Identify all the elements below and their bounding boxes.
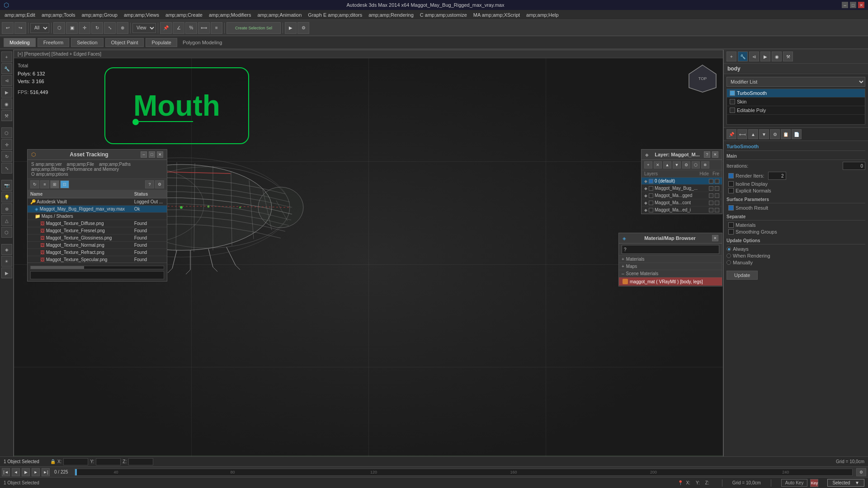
x-input[interactable] xyxy=(63,458,88,465)
always-radio-row[interactable]: Always xyxy=(726,246,865,252)
table-row[interactable]: ◈ Maggot_May_Bug_Rigged_max_vray.max Ok xyxy=(28,206,167,213)
always-radio[interactable] xyxy=(726,247,731,251)
scale-side-button[interactable]: ⤡ xyxy=(1,163,12,174)
motion-panel-tab[interactable]: ▶ xyxy=(760,52,770,61)
material-item-maggot[interactable]: maggot_mat ( VRayMtl ) [body, legs] xyxy=(619,277,722,286)
y-input[interactable] xyxy=(96,458,121,465)
modifier-config-button[interactable]: ⟻ xyxy=(737,129,747,139)
layer-delete-button[interactable]: ✕ xyxy=(654,161,662,169)
asset-scrollbar[interactable] xyxy=(30,266,164,269)
layer-check-4[interactable] xyxy=(649,208,653,212)
tab-selection[interactable]: Selection xyxy=(71,38,103,47)
layer-hide-2[interactable] xyxy=(709,193,713,198)
create-selection-button[interactable]: Create Selection Sel xyxy=(226,22,281,34)
asset-panel-header[interactable]: ⬡ Asset Tracking – □ ✕ xyxy=(28,150,167,160)
explicit-normals-checkbox[interactable] xyxy=(728,188,734,193)
view-dropdown[interactable]: View xyxy=(132,23,156,33)
asset-menu-paths[interactable]: amp;amp;Paths xyxy=(99,162,131,167)
layer-row-maggot3[interactable]: ◆ Maggot_Ma...cont xyxy=(642,199,722,206)
material-button[interactable]: ◈ xyxy=(1,244,12,255)
paste-button[interactable]: 📄 xyxy=(792,129,802,139)
create-panel-tab[interactable]: + xyxy=(726,52,736,61)
maps-section-toggle[interactable]: + Maps xyxy=(619,263,722,270)
table-row[interactable]: 🖼 Maggot_Texture_Diffuse.png Found xyxy=(28,220,167,227)
display-button[interactable]: ◉ xyxy=(1,99,12,109)
materials-section-toggle[interactable]: + Materials xyxy=(619,256,722,263)
redo-button[interactable]: ↪ xyxy=(14,22,26,34)
geometry-button[interactable]: ⬡ xyxy=(1,227,12,238)
layer-hide-box[interactable] xyxy=(709,179,713,183)
render-side-button[interactable]: ▶ xyxy=(1,267,12,278)
layer-panel-header[interactable]: ◆ Layer: Maggot_M... ? ✕ xyxy=(642,150,722,160)
layer-row-maggot1[interactable]: ◆ Maggot_May_Bug_... xyxy=(642,185,722,192)
prev-frame-button[interactable]: ◄ xyxy=(12,468,20,476)
lights-button[interactable]: 💡 xyxy=(1,192,12,202)
render-settings-button[interactable]: ⚙ xyxy=(297,22,309,34)
isoline-checkbox[interactable] xyxy=(728,181,734,187)
scale-button[interactable]: ⤡ xyxy=(104,22,116,34)
table-row[interactable]: 🖼 Maggot_Texture_Specular.png Found xyxy=(28,256,167,263)
layer-close-button[interactable]: ✕ xyxy=(712,151,718,158)
when-rendering-radio-row[interactable]: When Rendering xyxy=(726,253,865,258)
motion-button[interactable]: ▶ xyxy=(1,87,12,98)
layer-settings-button[interactable]: ⚙ xyxy=(682,161,690,169)
layer-row-default[interactable]: ◆ 0 (default) xyxy=(642,178,722,185)
select-object-button[interactable]: ⬡ xyxy=(53,22,65,34)
layer-freeze-1[interactable] xyxy=(715,186,719,191)
asset-detail-button[interactable]: ⊞ xyxy=(50,180,59,188)
tab-freeform[interactable]: Freeform xyxy=(38,38,70,47)
modifier-list-dropdown[interactable]: Modifier List xyxy=(726,77,865,87)
hierarchy-panel-tab[interactable]: ⊲ xyxy=(749,52,759,61)
utilities-button[interactable]: ⚒ xyxy=(1,110,12,121)
modify-panel-tab[interactable]: 🔧 xyxy=(738,52,748,61)
asset-menu-options[interactable]: O amp;amp;ptions xyxy=(31,172,68,177)
key-button[interactable]: Key xyxy=(810,479,818,487)
when-rendering-radio[interactable] xyxy=(726,253,731,258)
menu-modifiers[interactable]: amp;amp;Animation xyxy=(255,11,305,19)
tab-modeling[interactable]: Modeling xyxy=(4,38,36,47)
asset-panel-maximize[interactable]: □ xyxy=(149,151,155,158)
layer-help-button[interactable]: ? xyxy=(704,151,710,158)
percent-snap-button[interactable]: % xyxy=(185,22,197,34)
move-down-button[interactable]: ▼ xyxy=(759,129,769,139)
asset-panel-close[interactable]: ✕ xyxy=(157,151,163,158)
asset-menu-bitmap[interactable]: amp;amp;Bitmap Performance and Memory xyxy=(31,167,119,172)
asset-panel-minimize[interactable]: – xyxy=(141,151,147,158)
table-row[interactable]: 📁 Maps / Shaders xyxy=(28,213,167,220)
menu-rendering[interactable]: amp;amp;Rendering xyxy=(366,11,416,19)
asset-refresh-button[interactable]: ↻ xyxy=(30,180,39,188)
menu-views[interactable]: amp;amp;Create xyxy=(163,11,205,19)
hierarchy-button[interactable]: ⊲ xyxy=(1,75,12,86)
modifier-item-skin[interactable]: Skin xyxy=(727,98,865,106)
layer-row-maggot4[interactable]: ◆ Maggot_Ma...ed_i xyxy=(642,206,722,214)
time-slider[interactable]: 40 80 120 160 200 240 xyxy=(75,469,853,476)
layer-row-maggot2[interactable]: ◆ Maggot_Ma...gged xyxy=(642,192,722,199)
play-button[interactable]: ▶ xyxy=(22,468,30,476)
go-end-button[interactable]: ►| xyxy=(42,468,50,476)
select-filter-dropdown[interactable]: All xyxy=(30,23,49,33)
menu-group[interactable]: amp;amp;Views xyxy=(121,11,162,19)
layer-check-3[interactable] xyxy=(649,201,653,205)
scene-materials-section-toggle[interactable]: – Scene Materials xyxy=(619,270,722,277)
menu-help[interactable]: amp;amp;Help xyxy=(524,11,561,19)
layer-freeze-4[interactable] xyxy=(715,208,719,212)
modifier-checkbox-edpoly[interactable] xyxy=(730,108,735,113)
rotate-button[interactable]: ↻ xyxy=(91,22,103,34)
layer-freeze-3[interactable] xyxy=(715,201,719,205)
camera-button[interactable]: 📷 xyxy=(1,180,12,191)
asset-menu-file[interactable]: amp;amp;File xyxy=(67,162,94,167)
navigation-cube[interactable]: TOP xyxy=(687,63,718,94)
modify-panel-button[interactable]: 🔧 xyxy=(1,63,12,74)
layer-select-button[interactable]: ⬡ xyxy=(692,161,700,169)
asset-list-button[interactable]: ≡ xyxy=(40,180,49,188)
layer-add-button[interactable]: + xyxy=(644,161,652,169)
update-button[interactable]: Update xyxy=(726,271,758,280)
menu-customize[interactable]: C amp;amp;ustomize xyxy=(417,11,470,19)
menu-maxscript[interactable]: MA amp;amp;XScript xyxy=(471,11,523,19)
layer-down-button[interactable]: ▼ xyxy=(673,161,681,169)
layer-check-1[interactable] xyxy=(649,186,653,191)
place-button[interactable]: ⊕ xyxy=(117,22,128,34)
material-browser-close[interactable]: ✕ xyxy=(712,235,718,241)
minimize-button[interactable]: – xyxy=(842,2,848,8)
asset-menu-server[interactable]: S amp;amp;ver xyxy=(31,162,62,167)
